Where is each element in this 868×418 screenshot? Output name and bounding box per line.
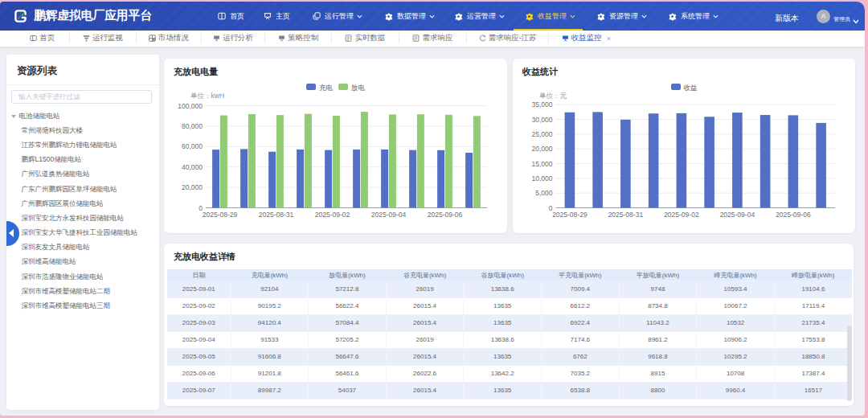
svg-text:15,000: 15,000 bbox=[532, 160, 553, 168]
svg-text:5,000: 5,000 bbox=[535, 189, 553, 197]
svg-text:30,000: 30,000 bbox=[532, 116, 553, 124]
svg-text:20,000: 20,000 bbox=[182, 183, 203, 191]
svg-text:2025-09-04: 2025-09-04 bbox=[720, 211, 755, 219]
svg-text:2025-08-29: 2025-08-29 bbox=[552, 211, 588, 219]
svg-text:80,000: 80,000 bbox=[182, 122, 203, 130]
svg-text:2025-09-06: 2025-09-06 bbox=[428, 211, 463, 219]
svg-text:10,000: 10,000 bbox=[532, 174, 553, 182]
svg-text:35,000: 35,000 bbox=[532, 100, 553, 109]
svg-text:2025-08-31: 2025-08-31 bbox=[608, 211, 644, 219]
svg-text:2025-09-02: 2025-09-02 bbox=[664, 211, 699, 219]
svg-text:25,000: 25,000 bbox=[532, 130, 553, 138]
svg-text:20,000: 20,000 bbox=[532, 145, 553, 153]
svg-text:2025-08-29: 2025-08-29 bbox=[203, 211, 238, 219]
svg-text:2025-08-31: 2025-08-31 bbox=[259, 211, 294, 219]
svg-text:2025-09-06: 2025-09-06 bbox=[776, 211, 811, 219]
svg-text:40,000: 40,000 bbox=[182, 163, 203, 171]
svg-text:2025-09-04: 2025-09-04 bbox=[371, 211, 407, 219]
svg-text:60,000: 60,000 bbox=[182, 142, 203, 150]
svg-text:2025-09-02: 2025-09-02 bbox=[315, 211, 350, 219]
svg-text:100,000: 100,000 bbox=[178, 102, 203, 110]
